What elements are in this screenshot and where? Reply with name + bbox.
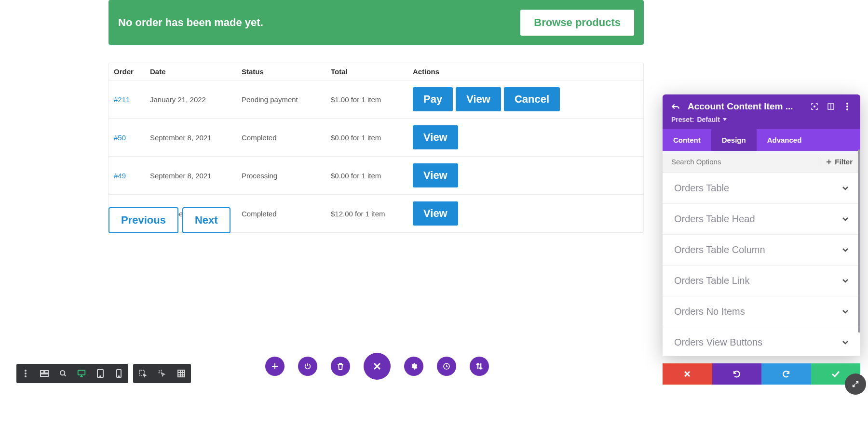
order-actions: View bbox=[408, 157, 643, 195]
tablet-view-icon[interactable] bbox=[91, 369, 110, 378]
order-status: Completed bbox=[237, 195, 326, 233]
order-total: $0.00 for 1 item bbox=[326, 157, 408, 195]
settings-panel: Account Content Item ... Preset: Default… bbox=[663, 94, 860, 356]
order-date: September 8, 2021 bbox=[145, 157, 237, 195]
col-actions: Actions bbox=[408, 63, 643, 80]
tab-content[interactable]: Content bbox=[663, 129, 711, 151]
order-total: $0.00 for 1 item bbox=[326, 119, 408, 157]
mobile-view-icon[interactable] bbox=[109, 369, 128, 378]
panel-section[interactable]: Orders Table Head bbox=[663, 204, 860, 235]
pagination: Previous Next bbox=[108, 207, 231, 233]
more-icon[interactable] bbox=[843, 102, 852, 111]
builder-action-bar bbox=[265, 353, 489, 380]
delete-button[interactable] bbox=[331, 357, 350, 376]
settings-button[interactable] bbox=[404, 357, 423, 376]
browse-products-button[interactable]: Browse products bbox=[520, 10, 634, 36]
table-row: #49September 8, 2021Processing$0.00 for … bbox=[109, 157, 643, 195]
preset-selector[interactable]: Preset: Default bbox=[671, 116, 852, 123]
chevron-down-icon bbox=[842, 248, 849, 252]
panel-scrollbar[interactable] bbox=[858, 149, 860, 333]
panel-section-label: Orders No Items bbox=[674, 306, 745, 317]
history-button[interactable] bbox=[437, 357, 456, 376]
svg-point-15 bbox=[25, 370, 27, 372]
focus-icon[interactable] bbox=[810, 102, 819, 111]
svg-rect-31 bbox=[178, 370, 185, 377]
panel-section-label: Orders Table Column bbox=[674, 244, 765, 255]
chevron-down-icon bbox=[842, 217, 849, 221]
tab-advanced[interactable]: Advanced bbox=[757, 129, 813, 151]
panel-section[interactable]: Orders No Items bbox=[663, 296, 860, 327]
svg-point-16 bbox=[25, 373, 27, 374]
view-button[interactable]: View bbox=[413, 201, 458, 226]
add-button[interactable] bbox=[265, 357, 285, 376]
svg-point-3 bbox=[846, 103, 848, 105]
panel-section[interactable]: Orders Table Column bbox=[663, 235, 860, 266]
tab-design[interactable]: Design bbox=[711, 129, 757, 151]
view-button[interactable]: View bbox=[413, 163, 458, 187]
click-mode-icon[interactable] bbox=[152, 369, 172, 378]
order-date: January 21, 2022 bbox=[145, 80, 237, 119]
panel-section[interactable]: Orders Table Link bbox=[663, 266, 860, 296]
previous-button[interactable]: Previous bbox=[108, 207, 178, 233]
svg-point-4 bbox=[846, 106, 848, 107]
alert-message: No order has been made yet. bbox=[118, 16, 263, 29]
col-status: Status bbox=[237, 63, 326, 80]
power-button[interactable] bbox=[298, 357, 317, 376]
view-toolbar bbox=[16, 364, 128, 383]
svg-rect-18 bbox=[41, 371, 44, 373]
view-button[interactable]: View bbox=[456, 87, 501, 111]
undo-back-icon[interactable] bbox=[671, 102, 680, 111]
svg-point-5 bbox=[846, 108, 848, 110]
wireframe-view-icon[interactable] bbox=[35, 370, 54, 377]
pay-button[interactable]: Pay bbox=[413, 87, 453, 111]
col-date: Date bbox=[145, 63, 237, 80]
order-total: $12.00 for 1 item bbox=[326, 195, 408, 233]
panel-title: Account Content Item ... bbox=[688, 101, 802, 112]
panel-tabs: Content Design Advanced bbox=[663, 129, 860, 151]
panel-section-label: Orders Table bbox=[674, 183, 729, 194]
redo-button[interactable] bbox=[761, 363, 811, 385]
order-actions: View bbox=[408, 119, 643, 157]
filter-button[interactable]: Filter bbox=[818, 158, 860, 166]
order-actions: View bbox=[408, 195, 643, 233]
undo-button[interactable] bbox=[712, 363, 762, 385]
order-total: $1.00 for 1 item bbox=[326, 80, 408, 119]
toolbar-more-icon[interactable] bbox=[16, 370, 35, 377]
order-date: September 8, 2021 bbox=[145, 119, 237, 157]
svg-point-17 bbox=[25, 375, 27, 377]
search-options-input[interactable] bbox=[663, 151, 818, 173]
panel-section-label: Orders Table Head bbox=[674, 213, 755, 225]
panel-sections: Orders TableOrders Table HeadOrders Tabl… bbox=[663, 173, 860, 356]
next-button[interactable]: Next bbox=[182, 207, 231, 233]
zoom-icon[interactable] bbox=[54, 370, 72, 377]
hover-mode-icon[interactable] bbox=[133, 369, 152, 378]
desktop-view-icon[interactable] bbox=[72, 370, 91, 377]
cancel-button[interactable]: Cancel bbox=[504, 87, 560, 111]
chevron-down-icon bbox=[842, 340, 849, 345]
view-button[interactable]: View bbox=[413, 125, 458, 149]
panel-section-label: Orders Table Link bbox=[674, 275, 749, 286]
sort-button[interactable] bbox=[470, 357, 489, 376]
svg-line-22 bbox=[64, 374, 66, 376]
order-link[interactable]: #49 bbox=[114, 172, 126, 180]
grid-mode-icon[interactable] bbox=[172, 370, 191, 377]
order-link[interactable]: #211 bbox=[114, 95, 130, 104]
close-builder-button[interactable] bbox=[364, 353, 391, 380]
order-status: Completed bbox=[237, 119, 326, 157]
svg-rect-23 bbox=[78, 370, 85, 374]
expand-fab[interactable] bbox=[845, 373, 866, 395]
order-link[interactable]: #50 bbox=[114, 133, 126, 142]
panel-search-row: Filter bbox=[663, 151, 860, 173]
discard-button[interactable] bbox=[663, 363, 712, 385]
interaction-toolbar bbox=[133, 364, 191, 383]
col-total: Total bbox=[326, 63, 408, 80]
columns-icon[interactable] bbox=[827, 102, 835, 111]
table-row: #50September 8, 2021Completed$0.00 for 1… bbox=[109, 119, 643, 157]
panel-section[interactable]: Orders View Buttons bbox=[663, 327, 860, 356]
svg-rect-19 bbox=[45, 371, 48, 373]
no-orders-alert: No order has been made yet. Browse produ… bbox=[108, 0, 644, 45]
col-order: Order bbox=[109, 63, 145, 80]
panel-section[interactable]: Orders Table bbox=[663, 173, 860, 204]
svg-point-27 bbox=[100, 376, 101, 377]
chevron-down-icon bbox=[842, 279, 849, 283]
